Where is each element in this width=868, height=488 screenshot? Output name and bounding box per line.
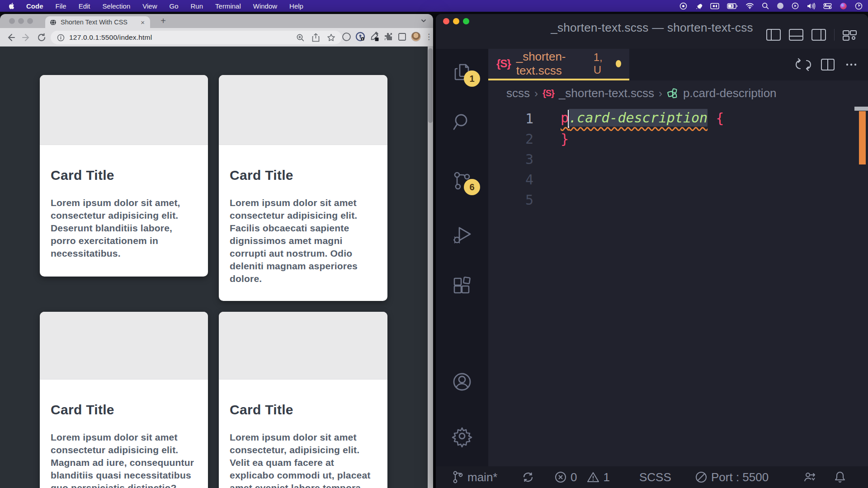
color-picker-icon[interactable] (369, 32, 379, 42)
close-brace-token: } (561, 131, 569, 147)
siri-icon[interactable] (840, 2, 847, 10)
breadcrumb-separator-icon: › (659, 87, 662, 100)
site-info-icon[interactable] (57, 34, 65, 42)
bell-icon (834, 470, 846, 484)
code-line[interactable]: 1 p.card-description { (488, 108, 868, 129)
breadcrumb-symbol[interactable]: p.card-description (683, 86, 777, 100)
tab-search-chevron-icon[interactable] (420, 18, 427, 24)
editor-tab[interactable]: {S} _shorten-text.scss 1, U (488, 49, 629, 80)
code-line[interactable]: 5 (488, 190, 868, 210)
sync-item[interactable] (522, 466, 534, 488)
menu-item-file[interactable]: File (56, 2, 66, 10)
menu-item-window[interactable]: Window (253, 2, 277, 10)
breadcrumb-folder[interactable]: scss (506, 86, 530, 100)
symbol-class-icon (667, 88, 679, 99)
address-bar[interactable]: 127.0.0.1:5500/index.html (51, 31, 342, 44)
close-window-button[interactable] (9, 18, 15, 24)
scrollbar-thumb[interactable] (428, 48, 433, 123)
run-debug-icon[interactable] (452, 225, 472, 245)
breadcrumb-file[interactable]: _shorten-text.scss (559, 86, 654, 100)
card-description: Lorem ipsum dolor sit amet consectetur a… (230, 197, 377, 285)
toggle-panel-icon[interactable] (789, 29, 803, 41)
control-center-icon[interactable] (823, 3, 832, 9)
card-image-placeholder (219, 312, 387, 380)
customize-layout-icon[interactable] (843, 28, 857, 41)
live-server-item[interactable]: Port : 5500 (695, 466, 769, 488)
line-number: 2 (488, 131, 533, 147)
rocket-icon[interactable] (695, 2, 703, 10)
close-tab-icon[interactable]: × (140, 19, 146, 26)
card: Card Title Lorem ipsum dolor sit amet co… (219, 75, 387, 301)
reading-list-icon[interactable] (397, 32, 407, 42)
profile-avatar[interactable] (411, 32, 421, 42)
split-editor-icon[interactable] (821, 59, 835, 70)
card-description: Lorem ipsum dolor sit amet consectetur a… (51, 431, 197, 488)
macos-menu-bar: Code File Edit Selection View Go Run Ter… (0, 0, 868, 12)
extension-circle-icon[interactable] (342, 32, 351, 42)
play-circle-icon[interactable] (792, 2, 799, 9)
problems-item[interactable]: 0 1 (554, 466, 610, 488)
menu-item-selection[interactable]: Selection (103, 2, 131, 10)
activity-bar: 1 6 (436, 49, 488, 466)
notifications-item[interactable] (834, 466, 846, 488)
forward-button[interactable] (21, 32, 32, 43)
code-line[interactable]: 3 (488, 149, 868, 169)
card-image-placeholder (40, 75, 208, 145)
screen-record-icon[interactable] (710, 3, 719, 9)
apple-menu-icon[interactable] (8, 2, 15, 9)
extensions-puzzle-icon[interactable] (383, 32, 393, 42)
password-manager-icon[interactable] (355, 32, 365, 42)
record-icon[interactable] (679, 2, 687, 10)
search-icon[interactable] (452, 112, 472, 132)
browser-toolbar: 127.0.0.1:5500/index.html ⋮ (0, 28, 433, 47)
code-line[interactable]: 4 (488, 169, 868, 190)
battery-icon[interactable] (727, 3, 738, 9)
toggle-secondary-sidebar-icon[interactable] (811, 29, 826, 41)
git-branch-item[interactable]: main* (452, 466, 497, 488)
extensions-icon[interactable] (452, 277, 472, 297)
menu-item-run[interactable]: Run (191, 2, 203, 10)
more-actions-icon[interactable] (844, 59, 858, 70)
browser-tab[interactable]: Shorten Text With CSS × (45, 16, 150, 28)
url-text[interactable]: 127.0.0.1:5500/index.html (69, 33, 296, 42)
back-button[interactable] (5, 32, 16, 43)
vscode-title-bar: _shorten-text.scss — shorten-text-css (436, 14, 868, 49)
page-scrollbar[interactable] (428, 47, 433, 488)
card: Card Title Lorem ipsum dolor sit amet co… (219, 312, 387, 488)
menu-item-edit[interactable]: Edit (79, 2, 90, 10)
code-editor[interactable]: 1 p.card-description { 2 } 3 4 5 (488, 106, 868, 466)
status-bar: main* 0 1 SCSS Port : 5500 (436, 466, 868, 488)
menu-item-help[interactable]: Help (289, 2, 303, 10)
zoom-page-icon[interactable] (296, 33, 305, 42)
titlebar-separator (834, 29, 835, 41)
breadcrumb-separator-icon: › (534, 87, 538, 100)
bookmark-star-icon[interactable] (327, 33, 335, 42)
toggle-primary-sidebar-icon[interactable] (766, 29, 781, 41)
browser-menu-icon[interactable]: ⋮ (425, 32, 430, 42)
menu-item-view[interactable]: View (142, 2, 157, 10)
language-mode-item[interactable]: SCSS (639, 466, 671, 488)
account-icon[interactable] (452, 372, 472, 392)
dnd-icon[interactable] (777, 2, 784, 9)
feedback-item[interactable] (803, 466, 816, 488)
overview-ruler-warning-mark (859, 111, 866, 164)
card: Card Title Lorem ipsum dolor sit amet, c… (40, 75, 208, 277)
menu-item-code[interactable]: Code (26, 2, 43, 10)
reload-button[interactable] (36, 32, 47, 43)
wifi-icon[interactable] (745, 3, 754, 9)
share-icon[interactable] (312, 33, 320, 42)
volume-icon[interactable] (807, 3, 816, 9)
search-icon[interactable] (762, 2, 769, 9)
code-line[interactable]: 2 } (488, 129, 868, 149)
card: Card Title Lorem ipsum dolor sit amet co… (40, 312, 208, 488)
new-tab-button[interactable]: + (157, 15, 169, 27)
settings-gear-icon[interactable] (452, 426, 472, 446)
open-changes-icon[interactable] (796, 57, 811, 72)
menu-item-go[interactable]: Go (170, 2, 179, 10)
menu-item-terminal[interactable]: Terminal (215, 2, 241, 10)
modified-dot-icon[interactable] (616, 60, 621, 67)
clock-icon[interactable] (855, 2, 863, 10)
line-number: 1 (488, 111, 533, 127)
zoom-window-button[interactable] (27, 18, 33, 24)
minimize-window-button[interactable] (18, 18, 24, 24)
